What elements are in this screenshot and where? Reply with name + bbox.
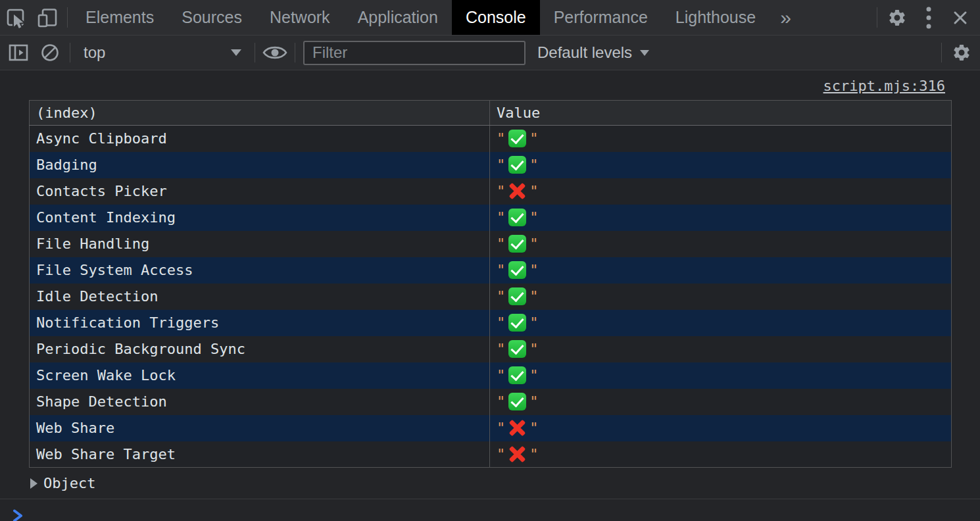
string-quote: " bbox=[497, 314, 505, 331]
feature-value-cell: "" bbox=[490, 284, 952, 310]
block-icon bbox=[38, 41, 62, 64]
eye-icon bbox=[262, 43, 288, 62]
cross-mark-emoji bbox=[508, 419, 526, 437]
string-quote: " bbox=[529, 130, 538, 147]
tab-performance[interactable]: Performance bbox=[540, 0, 662, 35]
console-prompt[interactable] bbox=[0, 499, 980, 521]
string-quote: " bbox=[497, 420, 505, 436]
table-row-web-share: Web Share"" bbox=[30, 415, 952, 441]
string-quote: " bbox=[497, 209, 505, 226]
table-row-periodic-background-sync: Periodic Background Sync"" bbox=[30, 336, 952, 362]
feature-name-cell: Web Share Target bbox=[30, 441, 490, 468]
gear-icon bbox=[952, 43, 971, 62]
feature-name-cell: Notification Triggers bbox=[30, 310, 490, 336]
table-row-idle-detection: Idle Detection"" bbox=[30, 284, 952, 310]
check-mark-emoji bbox=[508, 235, 526, 253]
tab-elements[interactable]: Elements bbox=[72, 0, 168, 35]
divider bbox=[877, 7, 877, 28]
string-quote: " bbox=[497, 262, 505, 278]
check-mark-emoji bbox=[508, 156, 526, 174]
table-row-content-indexing: Content Indexing"" bbox=[30, 205, 952, 231]
check-mark-emoji bbox=[508, 287, 526, 305]
column-header-index: (index) bbox=[30, 101, 490, 126]
filter-input[interactable] bbox=[303, 41, 526, 65]
string-quote: " bbox=[529, 209, 538, 226]
column-header-value: Value bbox=[490, 101, 952, 126]
inspect-element-button[interactable] bbox=[0, 0, 32, 35]
inspect-cursor-icon bbox=[5, 7, 27, 29]
divider bbox=[295, 43, 295, 62]
string-quote: " bbox=[497, 288, 505, 305]
javascript-context-selector[interactable]: top bbox=[74, 36, 251, 70]
string-quote: " bbox=[529, 446, 538, 462]
object-label: Object bbox=[43, 475, 95, 491]
close-devtools-button[interactable] bbox=[944, 0, 976, 35]
feature-value-cell: "" bbox=[490, 257, 952, 284]
check-mark-emoji bbox=[508, 209, 526, 226]
tab-application[interactable]: Application bbox=[344, 0, 452, 35]
string-quote: " bbox=[529, 262, 538, 278]
feature-value-cell: "" bbox=[490, 126, 952, 152]
console-sidebar-icon bbox=[7, 41, 30, 64]
create-live-expression-button[interactable] bbox=[259, 36, 291, 70]
source-line: script.mjs:316 bbox=[0, 76, 980, 95]
console-output: script.mjs:316 (index) Value Async Clipb… bbox=[0, 70, 980, 521]
feature-value-cell: "" bbox=[490, 231, 952, 257]
tabbar-right-controls bbox=[873, 0, 980, 35]
feature-value-cell: "" bbox=[490, 205, 952, 231]
divider bbox=[941, 43, 942, 62]
toolbar-right-controls bbox=[937, 36, 980, 70]
check-mark-emoji bbox=[508, 261, 526, 279]
devtools-window: ElementsSourcesNetworkApplicationConsole… bbox=[0, 0, 980, 521]
feature-value-cell: "" bbox=[490, 152, 952, 178]
table-row-shape-detection: Shape Detection"" bbox=[30, 389, 952, 415]
log-levels-selector[interactable]: Default levels bbox=[537, 43, 649, 62]
device-toolbar-button[interactable] bbox=[32, 0, 63, 35]
feature-value-cell: "" bbox=[490, 415, 952, 441]
settings-button[interactable] bbox=[881, 0, 913, 35]
string-quote: " bbox=[529, 367, 538, 384]
console-settings-button[interactable] bbox=[946, 36, 977, 70]
table-row-contacts-picker: Contacts Picker"" bbox=[30, 178, 952, 205]
table-row-web-share-target: Web Share Target"" bbox=[30, 441, 952, 468]
console-sidebar-toggle-button[interactable] bbox=[3, 36, 34, 70]
feature-value-cell: "" bbox=[490, 178, 952, 205]
object-expander[interactable]: Object bbox=[30, 474, 980, 492]
feature-table-body: Async Clipboard""Badging""Contacts Picke… bbox=[30, 126, 952, 468]
tab-network[interactable]: Network bbox=[256, 0, 344, 35]
table-header-row: (index) Value bbox=[30, 101, 952, 126]
string-quote: " bbox=[529, 393, 538, 410]
tab-sources[interactable]: Sources bbox=[168, 0, 256, 35]
string-quote: " bbox=[529, 157, 538, 173]
feature-name-cell: File Handling bbox=[30, 231, 490, 257]
feature-name-cell: Async Clipboard bbox=[30, 126, 490, 152]
tab-console[interactable]: Console bbox=[452, 0, 540, 35]
table-row-async-clipboard: Async Clipboard"" bbox=[30, 126, 952, 152]
check-mark-emoji bbox=[508, 314, 526, 332]
feature-name-cell: Content Indexing bbox=[30, 205, 490, 231]
feature-value-cell: "" bbox=[490, 310, 952, 336]
string-quote: " bbox=[497, 341, 505, 357]
string-quote: " bbox=[497, 183, 505, 199]
tab-strip: ElementsSourcesNetworkApplicationConsole… bbox=[72, 0, 770, 35]
string-quote: " bbox=[529, 420, 538, 436]
feature-value-cell: "" bbox=[490, 389, 952, 415]
string-quote: " bbox=[497, 157, 505, 173]
console-table-message: script.mjs:316 (index) Value Async Clipb… bbox=[0, 70, 980, 499]
table-row-file-system-access: File System Access"" bbox=[30, 257, 952, 284]
divider bbox=[67, 7, 68, 28]
source-link[interactable]: script.mjs:316 bbox=[823, 78, 945, 94]
devtools-tabbar: ElementsSourcesNetworkApplicationConsole… bbox=[0, 0, 980, 36]
gear-icon bbox=[887, 8, 907, 28]
divider bbox=[70, 43, 70, 62]
clear-console-button[interactable] bbox=[34, 36, 66, 70]
more-options-button[interactable] bbox=[913, 0, 944, 35]
close-icon bbox=[950, 8, 970, 28]
tab-lighthouse[interactable]: Lighthouse bbox=[662, 0, 770, 35]
check-mark-emoji bbox=[508, 130, 526, 147]
three-dot-menu-icon bbox=[925, 6, 932, 30]
feature-name-cell: Shape Detection bbox=[30, 389, 490, 415]
string-quote: " bbox=[529, 314, 538, 331]
more-tabs-button[interactable]: » bbox=[770, 0, 802, 35]
table-row-badging: Badging"" bbox=[30, 152, 952, 178]
